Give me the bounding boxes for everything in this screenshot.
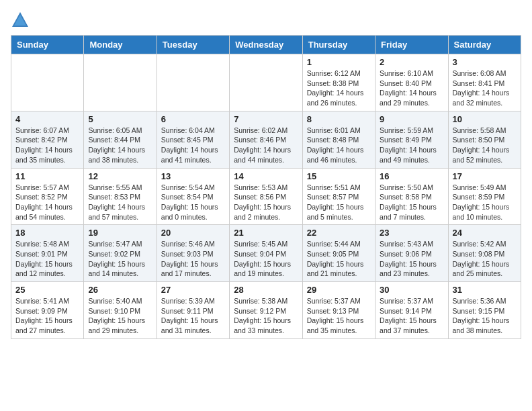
day-info: Sunrise: 5:40 AMSunset: 9:10 PMDaylight:… bbox=[88, 296, 152, 336]
day-info: Sunrise: 5:41 AMSunset: 9:09 PMDaylight:… bbox=[15, 296, 79, 336]
day-info: Sunrise: 6:12 AMSunset: 8:38 PMDaylight:… bbox=[307, 68, 371, 108]
header-day-sunday: Sunday bbox=[11, 36, 84, 54]
calendar-cell: 29Sunrise: 5:37 AMSunset: 9:13 PMDayligh… bbox=[302, 282, 375, 339]
header-day-friday: Friday bbox=[375, 36, 448, 54]
calendar-week-5: 25Sunrise: 5:41 AMSunset: 9:09 PMDayligh… bbox=[11, 282, 521, 339]
calendar-week-4: 18Sunrise: 5:48 AMSunset: 9:01 PMDayligh… bbox=[11, 225, 521, 282]
day-number: 19 bbox=[88, 228, 152, 238]
calendar-cell: 22Sunrise: 5:44 AMSunset: 9:05 PMDayligh… bbox=[302, 225, 375, 282]
day-number: 3 bbox=[453, 57, 517, 67]
calendar-cell: 20Sunrise: 5:46 AMSunset: 9:03 PMDayligh… bbox=[157, 225, 229, 282]
calendar-table: SundayMondayTuesdayWednesdayThursdayFrid… bbox=[11, 35, 521, 339]
day-number: 8 bbox=[307, 114, 371, 124]
calendar-cell: 18Sunrise: 5:48 AMSunset: 9:01 PMDayligh… bbox=[11, 225, 84, 282]
calendar-cell: 25Sunrise: 5:41 AMSunset: 9:09 PMDayligh… bbox=[11, 282, 84, 339]
calendar-cell: 12Sunrise: 5:55 AMSunset: 8:53 PMDayligh… bbox=[84, 168, 157, 225]
calendar-cell: 27Sunrise: 5:39 AMSunset: 9:11 PMDayligh… bbox=[157, 282, 229, 339]
day-number: 7 bbox=[234, 114, 298, 124]
day-info: Sunrise: 5:59 AMSunset: 8:49 PMDaylight:… bbox=[380, 126, 443, 165]
calendar-cell: 4Sunrise: 6:07 AMSunset: 8:42 PMDaylight… bbox=[11, 111, 84, 168]
calendar-cell: 24Sunrise: 5:42 AMSunset: 9:08 PMDayligh… bbox=[448, 225, 521, 282]
day-info: Sunrise: 5:58 AMSunset: 8:50 PMDaylight:… bbox=[453, 126, 517, 165]
day-number: 27 bbox=[161, 285, 225, 295]
header-day-wednesday: Wednesday bbox=[230, 36, 302, 54]
calendar-cell: 30Sunrise: 5:37 AMSunset: 9:14 PMDayligh… bbox=[375, 282, 448, 339]
day-number: 16 bbox=[380, 171, 443, 181]
calendar-cell: 1Sunrise: 6:12 AMSunset: 8:38 PMDaylight… bbox=[302, 54, 375, 111]
day-number: 17 bbox=[453, 171, 517, 181]
day-info: Sunrise: 5:46 AMSunset: 9:03 PMDaylight:… bbox=[161, 239, 225, 279]
calendar-week-3: 11Sunrise: 5:57 AMSunset: 8:52 PMDayligh… bbox=[11, 168, 521, 225]
calendar-cell: 16Sunrise: 5:50 AMSunset: 8:58 PMDayligh… bbox=[375, 168, 448, 225]
day-info: Sunrise: 6:10 AMSunset: 8:40 PMDaylight:… bbox=[380, 68, 443, 108]
day-info: Sunrise: 5:42 AMSunset: 9:08 PMDaylight:… bbox=[453, 239, 517, 279]
day-number: 9 bbox=[380, 114, 443, 124]
calendar-cell bbox=[230, 54, 302, 111]
day-info: Sunrise: 5:38 AMSunset: 9:12 PMDaylight:… bbox=[234, 296, 298, 336]
calendar-week-2: 4Sunrise: 6:07 AMSunset: 8:42 PMDaylight… bbox=[11, 111, 521, 168]
day-number: 26 bbox=[88, 285, 152, 295]
day-number: 24 bbox=[453, 228, 517, 238]
calendar-week-1: 1Sunrise: 6:12 AMSunset: 8:38 PMDaylight… bbox=[11, 54, 521, 111]
day-number: 23 bbox=[380, 228, 443, 238]
day-info: Sunrise: 5:37 AMSunset: 9:13 PMDaylight:… bbox=[307, 296, 371, 336]
header-day-thursday: Thursday bbox=[302, 36, 375, 54]
day-number: 31 bbox=[453, 285, 517, 295]
calendar-cell: 8Sunrise: 6:01 AMSunset: 8:48 PMDaylight… bbox=[302, 111, 375, 168]
day-number: 10 bbox=[453, 114, 517, 124]
day-info: Sunrise: 5:45 AMSunset: 9:04 PMDaylight:… bbox=[234, 239, 298, 279]
logo-icon bbox=[11, 11, 30, 30]
day-info: Sunrise: 5:47 AMSunset: 9:02 PMDaylight:… bbox=[88, 239, 152, 279]
day-info: Sunrise: 5:50 AMSunset: 8:58 PMDaylight:… bbox=[380, 183, 443, 222]
day-number: 5 bbox=[88, 114, 152, 124]
calendar-cell: 10Sunrise: 5:58 AMSunset: 8:50 PMDayligh… bbox=[448, 111, 521, 168]
day-info: Sunrise: 6:01 AMSunset: 8:48 PMDaylight:… bbox=[307, 126, 371, 165]
day-number: 1 bbox=[307, 57, 371, 67]
day-number: 4 bbox=[15, 114, 79, 124]
calendar-cell: 31Sunrise: 5:36 AMSunset: 9:15 PMDayligh… bbox=[448, 282, 521, 339]
day-info: Sunrise: 6:05 AMSunset: 8:44 PMDaylight:… bbox=[88, 126, 152, 165]
day-info: Sunrise: 5:44 AMSunset: 9:05 PMDaylight:… bbox=[307, 239, 371, 279]
calendar-cell: 13Sunrise: 5:54 AMSunset: 8:54 PMDayligh… bbox=[157, 168, 229, 225]
calendar-cell bbox=[84, 54, 157, 111]
header-day-saturday: Saturday bbox=[448, 36, 521, 54]
day-info: Sunrise: 5:53 AMSunset: 8:56 PMDaylight:… bbox=[234, 183, 298, 222]
calendar-header-row: SundayMondayTuesdayWednesdayThursdayFrid… bbox=[11, 36, 521, 54]
header-day-monday: Monday bbox=[84, 36, 157, 54]
day-info: Sunrise: 5:51 AMSunset: 8:57 PMDaylight:… bbox=[307, 183, 371, 222]
calendar-cell: 21Sunrise: 5:45 AMSunset: 9:04 PMDayligh… bbox=[230, 225, 302, 282]
day-info: Sunrise: 5:43 AMSunset: 9:06 PMDaylight:… bbox=[380, 239, 443, 279]
calendar-cell: 2Sunrise: 6:10 AMSunset: 8:40 PMDaylight… bbox=[375, 54, 448, 111]
day-number: 20 bbox=[161, 228, 225, 238]
calendar-cell bbox=[11, 54, 84, 111]
day-info: Sunrise: 5:55 AMSunset: 8:53 PMDaylight:… bbox=[88, 183, 152, 222]
day-number: 12 bbox=[88, 171, 152, 181]
calendar-cell: 23Sunrise: 5:43 AMSunset: 9:06 PMDayligh… bbox=[375, 225, 448, 282]
logo bbox=[11, 11, 32, 30]
day-number: 2 bbox=[380, 57, 443, 67]
calendar-cell: 9Sunrise: 5:59 AMSunset: 8:49 PMDaylight… bbox=[375, 111, 448, 168]
day-info: Sunrise: 5:48 AMSunset: 9:01 PMDaylight:… bbox=[15, 239, 79, 279]
calendar-cell: 6Sunrise: 6:04 AMSunset: 8:45 PMDaylight… bbox=[157, 111, 229, 168]
day-info: Sunrise: 6:07 AMSunset: 8:42 PMDaylight:… bbox=[15, 126, 79, 165]
calendar-cell: 14Sunrise: 5:53 AMSunset: 8:56 PMDayligh… bbox=[230, 168, 302, 225]
day-info: Sunrise: 5:39 AMSunset: 9:11 PMDaylight:… bbox=[161, 296, 225, 336]
day-info: Sunrise: 6:08 AMSunset: 8:41 PMDaylight:… bbox=[453, 68, 517, 108]
day-number: 21 bbox=[234, 228, 298, 238]
header-day-tuesday: Tuesday bbox=[157, 36, 229, 54]
calendar-cell: 11Sunrise: 5:57 AMSunset: 8:52 PMDayligh… bbox=[11, 168, 84, 225]
day-info: Sunrise: 6:02 AMSunset: 8:46 PMDaylight:… bbox=[234, 126, 298, 165]
calendar-cell: 5Sunrise: 6:05 AMSunset: 8:44 PMDaylight… bbox=[84, 111, 157, 168]
day-info: Sunrise: 5:54 AMSunset: 8:54 PMDaylight:… bbox=[161, 183, 225, 222]
day-number: 30 bbox=[380, 285, 443, 295]
calendar-cell: 19Sunrise: 5:47 AMSunset: 9:02 PMDayligh… bbox=[84, 225, 157, 282]
calendar-cell: 7Sunrise: 6:02 AMSunset: 8:46 PMDaylight… bbox=[230, 111, 302, 168]
day-number: 28 bbox=[234, 285, 298, 295]
day-number: 25 bbox=[15, 285, 79, 295]
day-info: Sunrise: 5:57 AMSunset: 8:52 PMDaylight:… bbox=[15, 183, 79, 222]
day-number: 11 bbox=[15, 171, 79, 181]
day-number: 18 bbox=[15, 228, 79, 238]
day-number: 22 bbox=[307, 228, 371, 238]
day-info: Sunrise: 5:36 AMSunset: 9:15 PMDaylight:… bbox=[453, 296, 517, 336]
calendar-cell: 28Sunrise: 5:38 AMSunset: 9:12 PMDayligh… bbox=[230, 282, 302, 339]
